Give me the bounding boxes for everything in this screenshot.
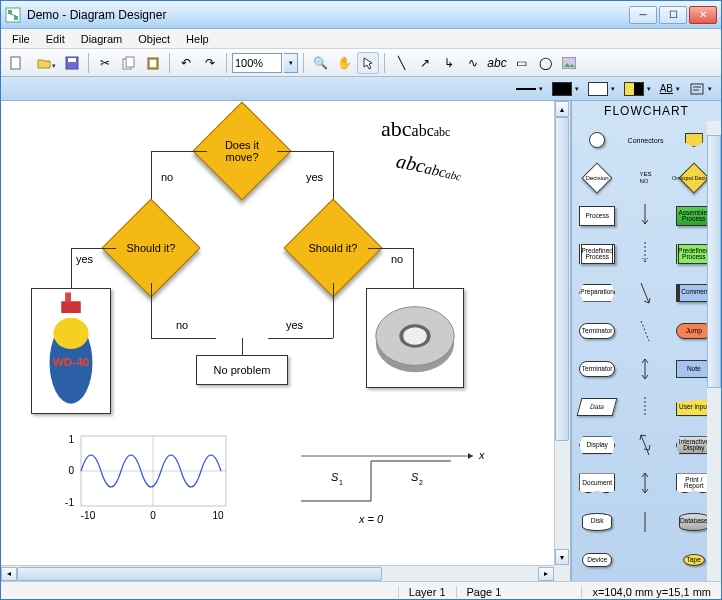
open-button[interactable]	[29, 52, 59, 74]
horizontal-scrollbar[interactable]: ◂ ▸	[1, 565, 554, 581]
decision-right[interactable]: Should it?	[298, 213, 368, 283]
line-style-dropdown[interactable]: ▾	[536, 82, 546, 96]
pal-biarrow3[interactable]	[622, 428, 668, 462]
cut-button[interactable]: ✂	[94, 52, 116, 74]
connector[interactable]	[277, 151, 333, 152]
pan-tool[interactable]: ✋	[333, 52, 355, 74]
pal-line2[interactable]	[622, 543, 668, 577]
scroll-right[interactable]: ▸	[538, 567, 554, 581]
connector[interactable]	[71, 248, 116, 249]
connector[interactable]	[151, 338, 216, 339]
connector-tool[interactable]: ↳	[438, 52, 460, 74]
menu-object[interactable]: Object	[131, 31, 177, 47]
pal-display[interactable]: Display	[574, 428, 620, 462]
image-tool[interactable]	[558, 52, 580, 74]
pal-decision[interactable]: Decision	[574, 161, 620, 195]
scroll-left[interactable]: ◂	[1, 567, 17, 581]
scroll-up[interactable]: ▴	[555, 101, 569, 117]
connector[interactable]	[71, 248, 72, 288]
pal-terminator2[interactable]: Terminator	[574, 352, 620, 386]
pal-preparation[interactable]: Preparation	[574, 276, 620, 310]
menu-file[interactable]: File	[5, 31, 37, 47]
ellipse-tool[interactable]: ◯	[534, 52, 556, 74]
line-tool[interactable]: ╲	[390, 52, 412, 74]
canvas-area[interactable]: Does it move? no yes Should it? Should i…	[1, 101, 571, 581]
scroll-v-thumb[interactable]	[555, 117, 569, 441]
minimize-button[interactable]: ─	[629, 6, 657, 24]
text-style-sample[interactable]: AB	[660, 83, 673, 94]
window-title: Demo - Diagram Designer	[27, 8, 629, 22]
status-layer[interactable]: Layer 1	[398, 586, 456, 598]
align-dropdown[interactable]: ▾	[705, 82, 715, 96]
graph-plot[interactable]: 1 0 -1 -10 0 10	[56, 431, 231, 526]
pal-document[interactable]: Document	[574, 466, 620, 500]
image-left[interactable]: WD-40	[31, 288, 111, 414]
pal-disk[interactable]: Disk	[574, 505, 620, 539]
save-button[interactable]	[61, 52, 83, 74]
text-style-dropdown[interactable]: ▾	[673, 82, 683, 96]
pointer-tool[interactable]	[357, 52, 379, 74]
pal-terminator[interactable]: Terminator	[574, 314, 620, 348]
image-right[interactable]	[366, 288, 464, 388]
palette-scrollbar[interactable]	[707, 121, 721, 581]
fill-color-swatch[interactable]	[588, 82, 608, 96]
redo-button[interactable]: ↷	[199, 52, 221, 74]
pal-predef[interactable]: Predefined Process	[574, 237, 620, 271]
text-tool[interactable]: abc	[486, 52, 508, 74]
decision-left[interactable]: Should it?	[116, 213, 186, 283]
scroll-h-thumb[interactable]	[17, 567, 382, 581]
rect-tool[interactable]: ▭	[510, 52, 532, 74]
pal-device[interactable]: Device	[574, 543, 620, 577]
fill-color-dropdown[interactable]: ▾	[608, 82, 618, 96]
scroll-down[interactable]: ▾	[555, 549, 569, 565]
menu-diagram[interactable]: Diagram	[74, 31, 130, 47]
connector[interactable]	[333, 283, 334, 338]
align-icon[interactable]	[689, 82, 705, 96]
menu-help[interactable]: Help	[179, 31, 216, 47]
line-color-swatch[interactable]	[552, 82, 572, 96]
pal-biarrow2[interactable]	[622, 390, 668, 424]
decision-root[interactable]: Does it move?	[207, 116, 277, 186]
zoom-tool[interactable]: 🔍	[309, 52, 331, 74]
line-color-dropdown[interactable]: ▾	[572, 82, 582, 96]
pal-arrow[interactable]	[622, 199, 668, 233]
text-sample-large[interactable]: abcabcabc	[381, 116, 450, 142]
zoom-input[interactable]	[232, 53, 282, 73]
maximize-button[interactable]: ☐	[659, 6, 687, 24]
pal-biarrow4[interactable]	[622, 466, 668, 500]
connector[interactable]	[268, 338, 333, 339]
connector[interactable]	[242, 338, 243, 355]
new-button[interactable]	[5, 52, 27, 74]
pal-arrow4[interactable]	[622, 314, 668, 348]
shape-palette: FLOWCHART Connectors Decision YESNO On-i…	[571, 101, 721, 581]
close-button[interactable]: ✕	[689, 6, 717, 24]
text-sample-rotated[interactable]: abcabcabc	[394, 149, 464, 185]
status-page[interactable]: Page 1	[456, 586, 512, 598]
step-plot[interactable]: x S1 S2 x = 0	[291, 441, 491, 531]
pal-arrow2[interactable]	[622, 237, 668, 271]
connector[interactable]	[413, 248, 414, 288]
connector[interactable]	[151, 151, 207, 152]
pal-process[interactable]: Process	[574, 199, 620, 233]
svg-rect-5	[68, 58, 76, 62]
connector[interactable]	[368, 248, 413, 249]
process-result[interactable]: No problem	[196, 355, 288, 385]
zoom-dropdown[interactable]: ▾	[284, 53, 298, 73]
menu-edit[interactable]: Edit	[39, 31, 72, 47]
fill2-color-swatch[interactable]	[624, 82, 644, 96]
vertical-scrollbar[interactable]: ▴ ▾	[554, 101, 570, 565]
pal-biarrow[interactable]	[622, 352, 668, 386]
curve-tool[interactable]: ∿	[462, 52, 484, 74]
undo-button[interactable]: ↶	[175, 52, 197, 74]
fill2-color-dropdown[interactable]: ▾	[644, 82, 654, 96]
paste-button[interactable]	[142, 52, 164, 74]
pal-data[interactable]: Data	[574, 390, 620, 424]
line-style-icon[interactable]	[516, 82, 536, 96]
pal-arrow3[interactable]	[622, 276, 668, 310]
pal-connector-circle[interactable]	[574, 123, 620, 157]
copy-button[interactable]	[118, 52, 140, 74]
svg-text:1: 1	[68, 434, 74, 445]
pal-line[interactable]	[622, 505, 668, 539]
arrow-tool[interactable]: ↗	[414, 52, 436, 74]
connector[interactable]	[151, 283, 152, 338]
